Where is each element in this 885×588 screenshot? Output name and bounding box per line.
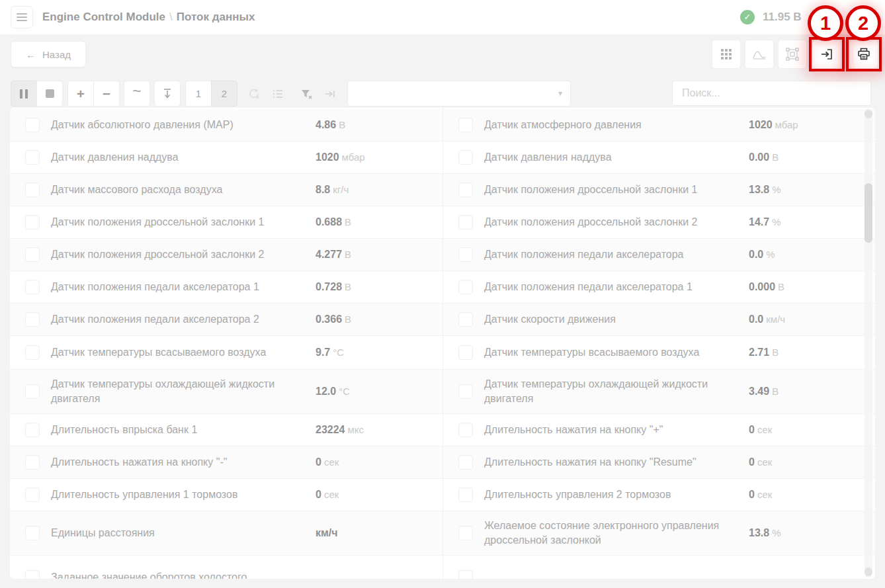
scrollbar-top-cap[interactable] bbox=[864, 110, 872, 118]
param-value: 0 bbox=[749, 489, 755, 500]
table-row: Датчик положения дроссельной заслонки 10… bbox=[10, 206, 442, 239]
param-name: Датчик положения педали акселератора bbox=[484, 247, 749, 262]
annotation-badge-1: 1 bbox=[808, 5, 843, 41]
row-checkbox[interactable] bbox=[25, 384, 40, 399]
scrollbar-track[interactable] bbox=[864, 108, 872, 577]
row-checkbox[interactable] bbox=[25, 150, 40, 165]
param-value-cell: 0.366В bbox=[316, 314, 442, 325]
param-value: 1020 bbox=[749, 119, 773, 130]
param-value-cell: 0.0% bbox=[749, 249, 875, 261]
row-checkbox[interactable] bbox=[458, 570, 473, 579]
plus-icon: + bbox=[77, 87, 85, 101]
stop-icon bbox=[46, 89, 54, 98]
row-checkbox[interactable] bbox=[25, 280, 40, 294]
param-name: Длительность управления 1 тормозов bbox=[51, 487, 316, 502]
table-row: Датчик массового расхода воздуха8.8кг/ч bbox=[10, 174, 442, 206]
select-frame-button[interactable] bbox=[778, 40, 807, 69]
pause-icon bbox=[20, 89, 28, 99]
row-checkbox[interactable] bbox=[458, 345, 473, 360]
row-checkbox[interactable] bbox=[458, 118, 473, 132]
row-checkbox[interactable] bbox=[458, 312, 473, 327]
zoom-in-button[interactable]: + bbox=[67, 81, 94, 106]
scrollbar-thumb[interactable] bbox=[864, 183, 872, 243]
param-unit bbox=[338, 527, 341, 538]
parameter-group-dropdown[interactable]: ▾ bbox=[347, 81, 571, 106]
list-icon bbox=[272, 89, 284, 99]
param-value-cell: 12.0°C bbox=[316, 386, 442, 398]
row-checkbox[interactable] bbox=[458, 150, 473, 165]
row-checkbox[interactable] bbox=[458, 215, 473, 230]
fit-height-button[interactable] bbox=[154, 81, 181, 106]
chevron-down-icon: ▾ bbox=[558, 81, 562, 106]
row-checkbox[interactable] bbox=[458, 487, 473, 502]
row-checkbox[interactable] bbox=[458, 247, 473, 262]
param-value-cell: 0сек bbox=[749, 489, 875, 501]
skip-to-end-button[interactable] bbox=[318, 81, 342, 106]
row-checkbox[interactable] bbox=[25, 118, 40, 132]
row-checkbox[interactable] bbox=[25, 570, 40, 579]
clear-filter-button[interactable] bbox=[294, 81, 318, 106]
table-row: Длительность нажатия на кнопку "Resume"0… bbox=[443, 446, 875, 479]
param-name: Датчик температуры всасываемого воздуха bbox=[484, 345, 749, 360]
row-checkbox[interactable] bbox=[458, 384, 473, 399]
row-checkbox[interactable] bbox=[25, 312, 40, 327]
grid-view-button[interactable] bbox=[712, 40, 741, 69]
chart-view-button[interactable] bbox=[745, 40, 774, 69]
param-value: 8.8 bbox=[316, 184, 330, 195]
zoom-out-button[interactable]: − bbox=[93, 81, 120, 106]
stop-button[interactable] bbox=[36, 81, 63, 106]
smooth-button[interactable]: ~ bbox=[124, 81, 150, 106]
row-checkbox[interactable] bbox=[25, 345, 40, 360]
param-name: Датчик атмосферного давления bbox=[484, 118, 749, 132]
param-name: Длительность впрыска банк 1 bbox=[51, 423, 316, 437]
page-2-button[interactable]: 2 bbox=[211, 81, 237, 106]
table-row: Длительность впрыска банк 123224мкс bbox=[10, 414, 442, 446]
row-checkbox[interactable] bbox=[458, 280, 473, 294]
arrow-to-end-icon bbox=[324, 89, 336, 99]
param-value: 0.366 bbox=[316, 314, 342, 325]
row-checkbox[interactable] bbox=[25, 183, 40, 197]
row-checkbox[interactable] bbox=[25, 455, 40, 470]
param-unit: сек bbox=[321, 489, 339, 500]
annotation-box-export bbox=[809, 37, 845, 71]
tilde-icon: ~ bbox=[132, 84, 141, 103]
back-button[interactable]: ← Назад bbox=[11, 41, 86, 67]
pause-button[interactable] bbox=[11, 81, 37, 106]
stream-controls: + − ~ 1 2 bbox=[11, 81, 342, 106]
row-checkbox[interactable] bbox=[25, 526, 40, 540]
row-checkbox[interactable] bbox=[25, 423, 40, 437]
param-value: 0 bbox=[749, 424, 755, 435]
row-checkbox[interactable] bbox=[25, 247, 40, 262]
page-1-button[interactable]: 1 bbox=[185, 81, 212, 106]
table-row: Датчик положения педали акселератора 20.… bbox=[10, 304, 442, 336]
param-unit: В bbox=[769, 151, 779, 163]
param-name: Датчик температуры всасываемого воздуха bbox=[51, 345, 316, 360]
scrollbar-bottom-cap[interactable] bbox=[864, 567, 872, 576]
param-value-cell: 3.49В bbox=[749, 386, 875, 398]
row-checkbox[interactable] bbox=[458, 423, 473, 437]
module-title: Engine Control Module bbox=[42, 11, 165, 23]
list-select-button[interactable] bbox=[266, 81, 290, 106]
row-checkbox[interactable] bbox=[458, 526, 473, 540]
row-checkbox[interactable] bbox=[458, 183, 473, 197]
param-name: Датчик температуры охлаждающей жидкости … bbox=[484, 377, 749, 405]
menu-button[interactable] bbox=[11, 6, 33, 28]
param-name: Датчик положения дроссельной заслонки 2 bbox=[484, 215, 749, 230]
row-checkbox[interactable] bbox=[25, 215, 40, 230]
param-value: 0.0 bbox=[749, 249, 763, 260]
param-value: 0.000 bbox=[749, 281, 775, 292]
table-row: Датчик температуры охлаждающей жидкости … bbox=[10, 370, 442, 414]
row-checkbox[interactable] bbox=[25, 487, 40, 502]
param-unit: % bbox=[763, 249, 775, 260]
curve-chart-icon bbox=[752, 48, 767, 61]
page-2-label: 2 bbox=[222, 88, 227, 99]
table-row: Желаемое состояние электронного управлен… bbox=[443, 511, 875, 556]
param-value-cell: 14.7% bbox=[749, 216, 875, 228]
breadcrumb: Engine Control Module\Поток данных bbox=[42, 0, 255, 34]
param-unit: В bbox=[769, 347, 779, 358]
search-input[interactable] bbox=[672, 81, 871, 106]
back-button-label: Назад bbox=[42, 49, 71, 60]
reset-counters-button[interactable] bbox=[242, 81, 266, 106]
param-name: Желаемое состояние электронного управлен… bbox=[484, 519, 749, 547]
row-checkbox[interactable] bbox=[458, 455, 473, 470]
